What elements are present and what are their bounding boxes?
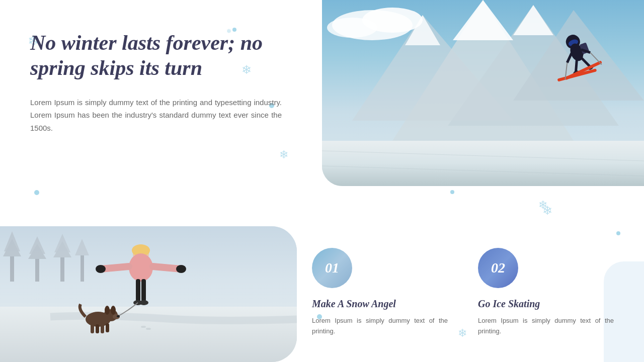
svg-rect-59 (91, 324, 94, 333)
svg-point-56 (105, 306, 110, 315)
snow-walk-image (0, 226, 297, 362)
snowflake-icon: ❄ (542, 204, 552, 218)
svg-point-48 (176, 265, 186, 273)
slide: ❄ ❄ ❄ ❄ ❄ ❄ ❄ ❄ (0, 0, 644, 362)
dot-decoration (34, 190, 39, 195)
svg-rect-11 (322, 141, 644, 186)
svg-rect-62 (106, 323, 109, 332)
number-circle-01: 01 (312, 248, 352, 288)
svg-rect-61 (96, 324, 99, 333)
snowflake-icon: ❄ (279, 148, 288, 161)
item-1: 01 Make A Snow Angel Lorem Ipsum is simp… (312, 248, 448, 337)
dot-decoration (450, 190, 454, 194)
item-2-description: Lorem Ipsum is simply dummy text of the … (478, 316, 614, 337)
svg-point-10 (327, 18, 377, 38)
numbered-items-section: 01 Make A Snow Angel Lorem Ipsum is simp… (312, 248, 614, 337)
svg-rect-60 (101, 324, 104, 333)
item-2: 02 Go Ice Skating Lorem Ipsum is simply … (478, 248, 614, 337)
body-paragraph: Lorem Ipsum is simply dummy text of the … (30, 96, 282, 135)
number-circle-02: 02 (478, 248, 518, 288)
item-2-title: Go Ice Skating (478, 298, 614, 310)
svg-point-55 (111, 306, 116, 315)
svg-point-44 (129, 253, 153, 282)
ski-image (322, 0, 644, 186)
left-text-section: No winter lasts forever; no spring skips… (30, 30, 282, 134)
svg-point-47 (96, 265, 106, 273)
svg-point-64 (146, 328, 151, 330)
item-1-description: Lorem Ipsum is simply dummy text of the … (312, 316, 448, 337)
svg-point-63 (141, 326, 146, 328)
svg-point-58 (117, 315, 120, 317)
svg-rect-49 (136, 279, 140, 302)
number-01: 01 (325, 260, 339, 276)
snowflake-icon: ❄ (538, 199, 547, 212)
number-02: 02 (491, 260, 505, 276)
item-1-title: Make A Snow Angel (312, 298, 448, 310)
main-heading: No winter lasts forever; no spring skips… (30, 30, 282, 81)
svg-point-52 (139, 300, 148, 305)
dot-decoration (616, 231, 620, 235)
svg-rect-50 (141, 279, 146, 302)
